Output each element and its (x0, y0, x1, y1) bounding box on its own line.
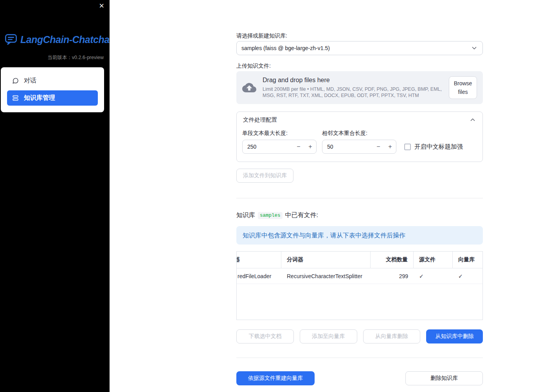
header-source-file: 源文件 (414, 252, 453, 268)
version-value: v0.2.6-preview (72, 55, 104, 60)
header-splitter: 分词器 (281, 252, 371, 268)
cell-source-file: ✓ (414, 268, 453, 284)
divider (236, 358, 483, 358)
checkbox-box[interactable] (404, 144, 411, 150)
delete-from-kb-button[interactable]: 从知识库中删除 (426, 329, 483, 343)
chunk-size-input[interactable]: 250 − + (242, 140, 317, 154)
sidebar: × LangChain-Chatchat 当前版本：v0.2.6-preview… (0, 0, 110, 392)
delete-kb-button[interactable]: 删除知识库 (405, 371, 483, 385)
spacer (402, 130, 477, 137)
cell-doc-count: 299 (371, 268, 414, 284)
rebuild-vector-store-button[interactable]: 依据源文件重建向量库 (236, 371, 315, 385)
chunk-size-value: 250 (243, 144, 293, 150)
close-sidebar-button[interactable]: × (99, 2, 104, 10)
sidebar-item-kb-management[interactable]: 知识库管理 (7, 90, 98, 106)
plus-button[interactable]: + (304, 140, 316, 153)
kb-select-value: samples (faiss @ bge-large-zh-v1.5) (241, 45, 471, 51)
kb-name-code: samples (258, 212, 283, 219)
overlap-input[interactable]: 50 − + (322, 140, 396, 154)
kb-actions-row: 依据源文件重建向量库 删除知识库 (236, 371, 483, 385)
files-table: 器 分词器 文档数量 源文件 向量库 redFileLoader Recursi… (236, 251, 483, 320)
app-logo: LangChain-Chatchat (4, 34, 112, 45)
kb-files-heading: 知识库 samples 中已有文件: (236, 211, 483, 219)
file-config-expander: 文件处理配置 单段文本最大长度: 250 − + 相邻文 (236, 111, 483, 162)
file-dropzone[interactable]: Drag and drop files here Limit 200MB per… (236, 71, 483, 104)
kb-stack-icon (12, 95, 19, 101)
expander-header[interactable]: 文件处理配置 (237, 112, 482, 128)
table-empty-area (237, 284, 482, 320)
overlap-value: 50 (322, 144, 373, 150)
expander-title: 文件处理配置 (243, 116, 277, 124)
kb-files-prefix: 知识库 (236, 211, 255, 219)
kb-select-label: 请选择或新建知识库: (236, 32, 483, 39)
chunk-size-group: 单段文本最大长度: 250 − + (242, 130, 317, 154)
minus-button[interactable]: − (373, 140, 384, 153)
minus-button[interactable]: − (293, 140, 304, 153)
overlap-label: 相邻文本重合长度: (322, 130, 396, 137)
checkbox-label: 开启中文标题加强 (414, 143, 463, 151)
add-files-to-kb-button[interactable]: 添加文件到知识库 (236, 169, 293, 183)
download-selected-button[interactable]: 下载选中文档 (236, 329, 294, 343)
drag-drop-text: Drag and drop files here (263, 77, 443, 84)
sidebar-item-label: 知识库管理 (24, 94, 55, 102)
browse-files-button[interactable]: Browse files (449, 76, 477, 99)
app-logo-text: LangChain-Chatchat (20, 34, 112, 45)
chat-logo-icon (4, 34, 18, 45)
kb-select[interactable]: samples (faiss @ bge-large-zh-v1.5) (236, 41, 483, 55)
cloud-upload-icon (242, 82, 256, 94)
sidebar-item-dialogue[interactable]: 对话 (7, 74, 98, 88)
sidebar-menu: 对话 知识库管理 (1, 67, 104, 112)
chat-icon (12, 77, 19, 84)
kb-management-page: 请选择或新建知识库: samples (faiss @ bge-large-zh… (236, 0, 483, 385)
sidebar-item-label: 对话 (24, 77, 36, 85)
kb-files-suffix: 中已有文件: (285, 211, 318, 219)
expander-body: 单段文本最大长度: 250 − + 相邻文本重合长度: 50 − + (237, 128, 482, 162)
chevron-up-icon (469, 116, 476, 123)
upload-limit-text: Limit 200MB per file • HTML, MD, JSON, C… (263, 86, 443, 99)
zh-title-checkbox[interactable]: 开启中文标题加强 (402, 140, 477, 154)
info-alert: 知识库中包含源文件与向量库，请从下表中选择文件后操作 (236, 226, 483, 245)
main-panel: 请选择或新建知识库: samples (faiss @ bge-large-zh… (110, 0, 540, 392)
chevron-down-icon (471, 45, 478, 52)
header-loader: 器 (237, 252, 281, 268)
delete-from-vector-store-button[interactable]: 从向量库删除 (363, 329, 421, 343)
add-to-vector-store-button[interactable]: 添加至向量库 (300, 329, 357, 343)
cell-loader: redFileLoader (237, 268, 281, 284)
header-vector-store: 向量库 (453, 252, 482, 268)
upload-label: 上传知识文件: (236, 63, 483, 69)
cell-vector-store: ✓ (453, 268, 482, 284)
version-text: 当前版本：v0.2.6-preview (47, 54, 104, 61)
divider (236, 198, 483, 198)
chunk-size-label: 单段文本最大长度: (242, 130, 317, 137)
version-label: 当前版本： (47, 55, 72, 60)
zh-title-group: 开启中文标题加强 (402, 130, 477, 154)
file-actions-row: 下载选中文档 添加至向量库 从向量库删除 从知识库中删除 (236, 329, 483, 343)
dropzone-texts: Drag and drop files here Limit 200MB per… (263, 77, 443, 99)
overlap-group: 相邻文本重合长度: 50 − + (322, 130, 396, 154)
table-row[interactable]: redFileLoader RecursiveCharacterTextSpli… (237, 268, 482, 284)
plus-button[interactable]: + (384, 140, 396, 153)
cell-splitter: RecursiveCharacterTextSplitter (281, 268, 371, 284)
header-doc-count: 文档数量 (371, 252, 414, 268)
table-header-row: 器 分词器 文档数量 源文件 向量库 (237, 252, 482, 268)
